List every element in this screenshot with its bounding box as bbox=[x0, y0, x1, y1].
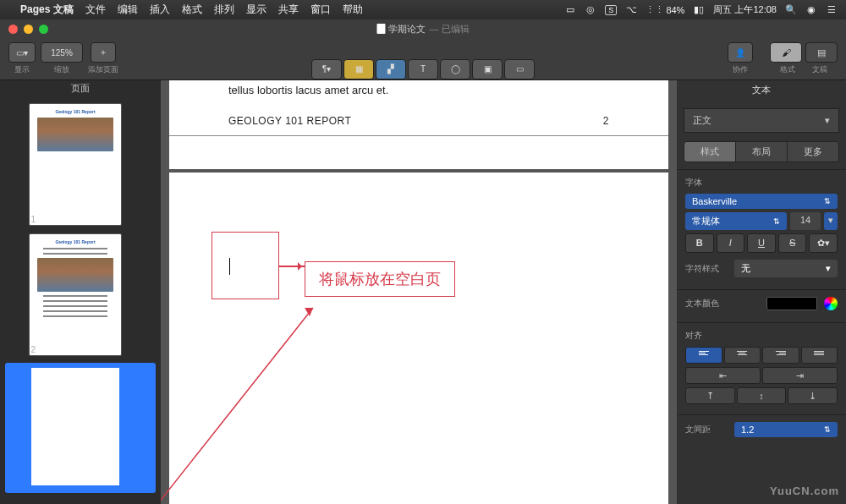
close-button[interactable] bbox=[8, 25, 18, 34]
view-button[interactable]: ▭▾ bbox=[8, 42, 36, 63]
document-title[interactable]: 学期论文 bbox=[388, 23, 426, 36]
page-thumbnail-selected[interactable]: 3 bbox=[5, 363, 156, 493]
menu-edit[interactable]: 编辑 bbox=[118, 3, 138, 17]
format-button[interactable]: 🖌 bbox=[770, 42, 802, 63]
watermark: YuuCN.com bbox=[770, 485, 839, 497]
edited-indicator: — 已编辑 bbox=[429, 23, 469, 36]
menubar: Pages 文稿 文件 编辑 插入 格式 排列 显示 共享 窗口 帮助 ▭ ◎ … bbox=[0, 0, 846, 19]
battery-icon[interactable]: ▮▯ bbox=[693, 4, 705, 15]
sidebar-header: 页面 bbox=[0, 80, 161, 96]
menu-file[interactable]: 文件 bbox=[85, 3, 106, 17]
table-button[interactable]: ▦ bbox=[343, 59, 374, 79]
page-number: 2 bbox=[603, 115, 609, 127]
align-left-button[interactable] bbox=[685, 347, 722, 364]
media-button[interactable]: ▣ bbox=[472, 59, 503, 79]
document-button[interactable]: ▤ bbox=[805, 42, 838, 63]
thumbnail-image bbox=[37, 118, 113, 151]
italic-button[interactable]: I bbox=[717, 233, 745, 253]
thumbnail-image bbox=[37, 258, 113, 292]
menu-insert[interactable]: 插入 bbox=[150, 3, 170, 17]
app-name[interactable]: Pages 文稿 bbox=[20, 3, 74, 17]
text-button[interactable]: T bbox=[408, 59, 438, 79]
color-picker-icon[interactable] bbox=[824, 297, 838, 310]
valign-top-button[interactable]: ⤒ bbox=[685, 387, 735, 404]
svg-line-0 bbox=[161, 308, 313, 504]
spacing-label: 文间距 bbox=[685, 424, 728, 436]
running-header: GEOLOGY 101 REPORT bbox=[228, 115, 351, 127]
line-spacing-select[interactable]: 1.2 bbox=[734, 422, 838, 437]
menu-window[interactable]: 窗口 bbox=[310, 3, 331, 17]
menu-arrange[interactable]: 排列 bbox=[214, 3, 234, 17]
inspector-title: 文本 bbox=[677, 80, 846, 100]
add-page-button[interactable]: ＋ bbox=[91, 42, 116, 63]
font-weight-select[interactable]: 常规体 bbox=[685, 212, 787, 230]
clock[interactable]: 周五 上午12:08 bbox=[713, 3, 777, 16]
text-cursor bbox=[229, 258, 230, 275]
text-color-label: 文本颜色 bbox=[685, 298, 760, 310]
tab-layout[interactable]: 布局 bbox=[735, 142, 787, 162]
menu-help[interactable]: 帮助 bbox=[343, 3, 363, 17]
add-page-label: 添加页面 bbox=[88, 64, 118, 75]
align-label: 对齐 bbox=[685, 330, 838, 342]
menu-format[interactable]: 格式 bbox=[182, 3, 202, 17]
zoom-label: 缩放 bbox=[54, 64, 69, 75]
wifi-icon[interactable]: ⋮⋮ bbox=[645, 4, 657, 15]
bold-button[interactable]: B bbox=[685, 233, 714, 253]
page-thumbnails-sidebar: 页面 1 Geology 101 Report 2 Geology 101 Re… bbox=[0, 80, 161, 504]
svg-marker-1 bbox=[305, 308, 313, 316]
annotation-arrow-icon bbox=[279, 266, 305, 267]
char-style-select[interactable]: 无▾ bbox=[734, 260, 838, 277]
view-label: 显示 bbox=[14, 64, 30, 75]
chevron-down-icon: ▾ bbox=[825, 115, 830, 126]
status-icon[interactable]: S bbox=[605, 5, 617, 15]
page-thumbnail[interactable]: 2 Geology 101 Report bbox=[0, 231, 161, 361]
comment-button[interactable]: ▭ bbox=[504, 59, 535, 79]
collaborate-button[interactable]: 👤 bbox=[728, 42, 753, 63]
menu-view[interactable]: 显示 bbox=[246, 3, 266, 17]
chart-button[interactable]: ▞ bbox=[376, 59, 406, 79]
siri-icon[interactable]: ◉ bbox=[805, 4, 817, 15]
minimize-button[interactable] bbox=[24, 25, 33, 34]
page-2-bottom[interactable]: tellus lobortis lacus amet arcu et. GEOL… bbox=[169, 80, 668, 169]
zoom-select[interactable]: 125% bbox=[41, 42, 83, 63]
font-family-select[interactable]: Baskerville bbox=[685, 194, 838, 209]
annotation-arrow-icon bbox=[161, 299, 321, 504]
align-justify-button[interactable] bbox=[801, 347, 838, 364]
inspector-tabs: 样式 布局 更多 bbox=[684, 141, 839, 162]
battery-percent[interactable]: 84% bbox=[666, 5, 684, 15]
underline-button[interactable]: U bbox=[747, 233, 776, 253]
font-size-stepper[interactable]: ▾ bbox=[824, 212, 838, 230]
style-options-button[interactable]: ✿▾ bbox=[809, 233, 838, 253]
valign-middle-button[interactable]: ↕ bbox=[737, 387, 787, 404]
align-right-button[interactable] bbox=[762, 347, 799, 364]
format-inspector: 文本 正文▾ 样式 布局 更多 字体 Baskerville 常规体 14 ▾ … bbox=[677, 80, 846, 504]
font-label: 字体 bbox=[685, 177, 838, 189]
status-icon[interactable]: ◎ bbox=[585, 4, 596, 15]
spotlight-icon[interactable]: 🔍 bbox=[785, 4, 797, 15]
notification-icon[interactable]: ☰ bbox=[826, 4, 838, 15]
zoom-button[interactable] bbox=[39, 25, 48, 34]
indent-increase-button[interactable]: ⇥ bbox=[762, 367, 838, 384]
indent-decrease-button[interactable]: ⇤ bbox=[685, 367, 761, 384]
page-3[interactable]: 将鼠标放在空白页 bbox=[169, 173, 668, 504]
tab-more[interactable]: 更多 bbox=[787, 142, 838, 162]
document-canvas[interactable]: tellus lobortis lacus amet arcu et. GEOL… bbox=[161, 80, 677, 504]
char-style-label: 字符样式 bbox=[685, 263, 728, 275]
valign-bottom-button[interactable]: ⤓ bbox=[788, 387, 838, 404]
shape-button[interactable]: ◯ bbox=[440, 59, 470, 79]
document-icon bbox=[376, 24, 385, 34]
bluetooth-icon[interactable]: ⌥ bbox=[625, 4, 637, 15]
text-color-swatch[interactable] bbox=[766, 297, 817, 310]
titlebar: 学期论文 — 已编辑 bbox=[0, 19, 846, 38]
font-size-field[interactable]: 14 bbox=[790, 212, 821, 230]
body-text: tellus lobortis lacus amet arcu et. bbox=[228, 80, 609, 96]
align-center-button[interactable] bbox=[724, 347, 761, 364]
page-thumbnail[interactable]: 1 Geology 101 Report bbox=[0, 101, 161, 231]
status-icon[interactable]: ▭ bbox=[564, 4, 576, 15]
tab-style[interactable]: 样式 bbox=[684, 142, 735, 162]
annotation-box bbox=[212, 232, 279, 299]
paragraph-style-select[interactable]: 正文▾ bbox=[684, 108, 839, 133]
menu-share[interactable]: 共享 bbox=[278, 3, 299, 17]
insert-button[interactable]: ¶▾ bbox=[311, 59, 342, 79]
strikethrough-button[interactable]: S bbox=[778, 233, 807, 253]
